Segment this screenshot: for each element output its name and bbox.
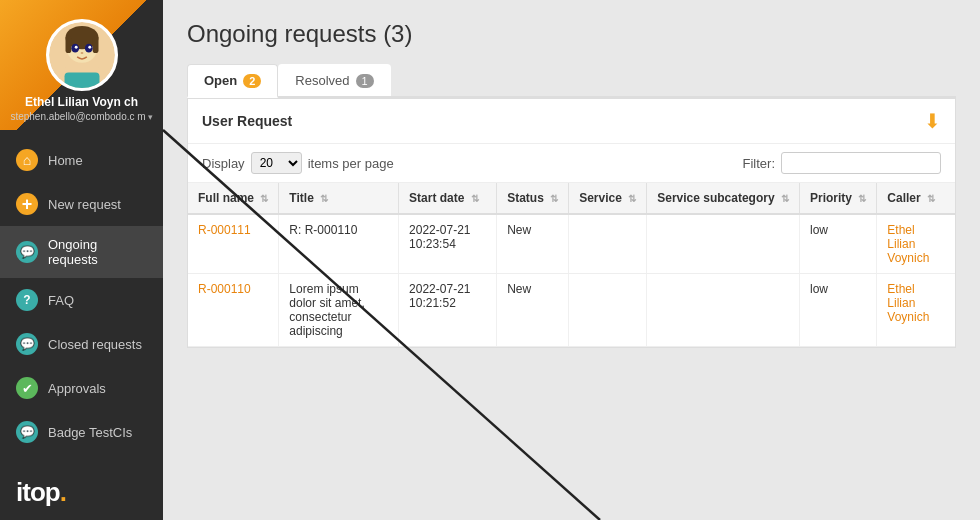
col-service: Service ⇅ [569, 183, 647, 214]
sort-icon-full-name[interactable]: ⇅ [260, 193, 268, 204]
cell-service-2 [569, 274, 647, 347]
tabs: Open 2 Resolved 1 [187, 64, 956, 98]
sidebar-item-faq[interactable]: ? FAQ [0, 278, 163, 322]
tab-resolved-label: Resolved [295, 73, 349, 88]
tab-open-badge: 2 [243, 74, 261, 88]
svg-point-8 [74, 46, 77, 49]
cell-title-1: R: R-000110 [279, 214, 399, 274]
col-priority: Priority ⇅ [799, 183, 876, 214]
card-title: User Request [202, 113, 292, 129]
request-link-1[interactable]: R-000111 [198, 223, 251, 237]
itop-logo: itop. [0, 465, 163, 520]
sidebar: Ethel Lilian Voyn ch stephen.abello@comb… [0, 0, 163, 520]
card-header: User Request ⬇ [188, 99, 955, 144]
tab-resolved-badge: 1 [356, 74, 374, 88]
main-content: Ongoing requests (3) Open 2 Resolved 1 U… [163, 0, 980, 520]
cell-service-subcategory-1 [647, 214, 800, 274]
chevron-down-icon[interactable]: ▾ [148, 112, 153, 122]
display-controls: Display 10 20 50 100 items per page [202, 152, 394, 174]
cell-start-date-1: 2022-07-21 10:23:54 [399, 214, 497, 274]
sort-icon-service-subcategory[interactable]: ⇅ [781, 193, 789, 204]
checkmark-icon: ✔ [16, 377, 38, 399]
requests-table: Full name ⇅ Title ⇅ Start date ⇅ Status … [188, 183, 955, 347]
cell-full-name-2: R-000110 [188, 274, 279, 347]
sidebar-item-home[interactable]: ⌂ Home [0, 138, 163, 182]
sort-icon-status[interactable]: ⇅ [550, 193, 558, 204]
tab-open[interactable]: Open 2 [187, 64, 278, 98]
closed-chat-icon: 💬 [16, 333, 38, 355]
download-icon[interactable]: ⬇ [924, 109, 941, 133]
col-start-date: Start date ⇅ [399, 183, 497, 214]
nav-items: ⌂ Home + New request 💬 Ongoing requests … [0, 130, 163, 465]
chat-icon: 💬 [16, 241, 38, 263]
sort-icon-title[interactable]: ⇅ [320, 193, 328, 204]
plus-icon: + [16, 193, 38, 215]
tab-resolved[interactable]: Resolved 1 [278, 64, 390, 96]
cell-service-1 [569, 214, 647, 274]
logo-dot: . [60, 477, 66, 507]
svg-rect-11 [64, 73, 99, 89]
items-per-page-label: items per page [308, 156, 394, 171]
sidebar-username: Ethel Lilian Voyn ch [25, 95, 138, 111]
cell-caller-1: Ethel Lilian Voynich [877, 214, 955, 274]
cell-start-date-2: 2022-07-21 10:21:52 [399, 274, 497, 347]
col-caller: Caller ⇅ [877, 183, 955, 214]
cell-priority-2: low [799, 274, 876, 347]
card: User Request ⬇ Display 10 20 50 100 item… [187, 98, 956, 348]
faq-icon: ? [16, 289, 38, 311]
col-service-subcategory: Service subcategory ⇅ [647, 183, 800, 214]
col-title: Title ⇅ [279, 183, 399, 214]
home-icon: ⌂ [16, 149, 38, 171]
sidebar-item-closed-requests[interactable]: 💬 Closed requests [0, 322, 163, 366]
svg-rect-5 [92, 36, 98, 53]
avatar[interactable] [46, 19, 118, 91]
cell-status-2: New [497, 274, 569, 347]
sidebar-item-home-label: Home [48, 153, 83, 168]
filter-label: Filter: [743, 156, 776, 171]
request-link-2[interactable]: R-000110 [198, 282, 251, 296]
sidebar-item-ongoing-label: Ongoing requests [48, 237, 147, 267]
filter-controls: Filter: [743, 152, 942, 174]
cell-service-subcategory-2 [647, 274, 800, 347]
cell-priority-1: low [799, 214, 876, 274]
badge-icon: 💬 [16, 421, 38, 443]
sidebar-item-badge-label: Badge TestCIs [48, 425, 132, 440]
sidebar-item-faq-label: FAQ [48, 293, 74, 308]
svg-rect-4 [65, 36, 71, 53]
sidebar-item-ongoing-requests[interactable]: 💬 Ongoing requests [0, 226, 163, 278]
sidebar-item-closed-label: Closed requests [48, 337, 142, 352]
caller-link-1[interactable]: Ethel Lilian Voynich [887, 223, 929, 265]
display-label: Display [202, 156, 245, 171]
col-full-name: Full name ⇅ [188, 183, 279, 214]
table-controls: Display 10 20 50 100 items per page Filt… [188, 144, 955, 183]
sort-icon-priority[interactable]: ⇅ [858, 193, 866, 204]
sidebar-email-container: stephen.abello@combodo.c m ▾ [10, 111, 152, 122]
sidebar-header: Ethel Lilian Voyn ch stephen.abello@comb… [0, 0, 163, 130]
sidebar-email: stephen.abello@combodo.c m [10, 111, 145, 122]
table-header-row: Full name ⇅ Title ⇅ Start date ⇅ Status … [188, 183, 955, 214]
sort-icon-caller[interactable]: ⇅ [927, 193, 935, 204]
cell-status-1: New [497, 214, 569, 274]
cell-title-2: Lorem ipsum dolor sit amet, consectetur … [279, 274, 399, 347]
tab-open-label: Open [204, 73, 237, 88]
caller-link-2[interactable]: Ethel Lilian Voynich [887, 282, 929, 324]
cell-full-name-1: R-000111 [188, 214, 279, 274]
table-body: R-000111 R: R-000110 2022-07-21 10:23:54… [188, 214, 955, 347]
table-row: R-000110 Lorem ipsum dolor sit amet, con… [188, 274, 955, 347]
page-title: Ongoing requests (3) [187, 20, 956, 48]
sidebar-item-new-request-label: New request [48, 197, 121, 212]
filter-input[interactable] [781, 152, 941, 174]
svg-point-10 [80, 52, 83, 54]
sidebar-item-badge-testcis[interactable]: 💬 Badge TestCIs [0, 410, 163, 454]
sort-icon-start-date[interactable]: ⇅ [471, 193, 479, 204]
table-row: R-000111 R: R-000110 2022-07-21 10:23:54… [188, 214, 955, 274]
per-page-select[interactable]: 10 20 50 100 [251, 152, 302, 174]
sort-icon-service[interactable]: ⇅ [628, 193, 636, 204]
col-status: Status ⇅ [497, 183, 569, 214]
sidebar-item-approvals[interactable]: ✔ Approvals [0, 366, 163, 410]
sidebar-item-approvals-label: Approvals [48, 381, 106, 396]
cell-caller-2: Ethel Lilian Voynich [877, 274, 955, 347]
svg-point-9 [88, 46, 91, 49]
sidebar-item-new-request[interactable]: + New request [0, 182, 163, 226]
